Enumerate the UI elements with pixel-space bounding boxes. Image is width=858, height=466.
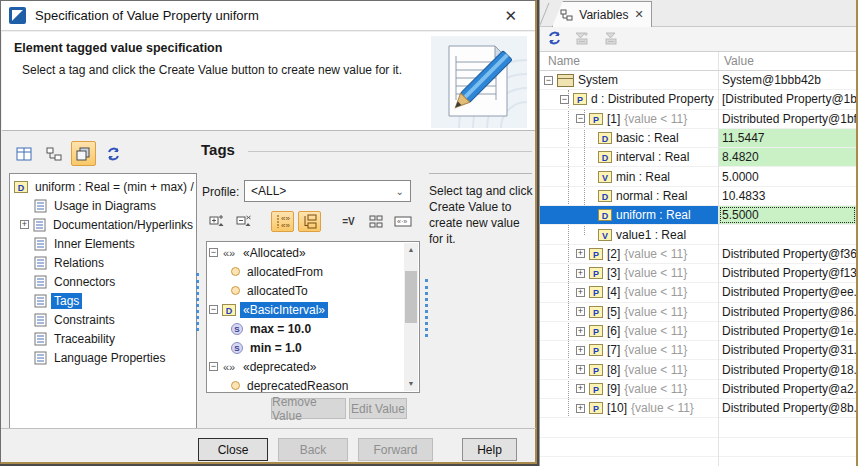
tab-close-icon[interactable]: ✕ (634, 8, 643, 21)
flat-tree-toggle-icon[interactable]: «»«» (271, 211, 294, 232)
nav-root-node[interactable]: D uniform : Real = (min + max) / 2 (14, 177, 196, 196)
group-tree-toggle-icon[interactable] (298, 211, 321, 232)
nav-item-relations[interactable]: Relations (14, 253, 196, 272)
stereotype-field-icon[interactable]: «·» (391, 211, 414, 232)
tags-scrollbar[interactable]: ▲ ▼ (404, 243, 418, 391)
remove-value-icon[interactable] (232, 211, 255, 232)
nav-item-connectors[interactable]: Connectors (14, 272, 196, 291)
var-row-1[interactable]: −P[1]{value < 11} Distributed Property@1… (540, 110, 856, 129)
p-type-icon: P (589, 325, 603, 337)
scroll-up-icon[interactable]: ▲ (404, 243, 418, 257)
switch-view-icon[interactable] (71, 141, 96, 166)
var-row-interval[interactable]: Dinterval : Real 8.4820 (540, 148, 856, 167)
expand-icon[interactable]: + (576, 288, 585, 297)
var-row-system[interactable]: −System System@1bbb42b (540, 71, 856, 90)
export-add-icon[interactable] (574, 31, 591, 48)
magicdraw-app-icon (9, 7, 26, 24)
close-button[interactable]: Close (198, 438, 268, 461)
tag-icon (231, 267, 240, 276)
grid-view-icon[interactable] (364, 211, 387, 232)
name-column-header[interactable]: Name (548, 54, 580, 68)
var-row-4[interactable]: +P[4]{value < 11} Distributed Property@e… (540, 283, 856, 302)
p-type-icon: P (589, 113, 603, 125)
tree-view-icon[interactable] (41, 141, 66, 166)
properties-table-icon[interactable] (11, 141, 36, 166)
p-type-icon: P (589, 383, 603, 395)
tag-deprecatedReason[interactable]: deprecatedReason (209, 376, 403, 393)
collapse-icon[interactable]: − (576, 114, 585, 123)
page-icon (34, 294, 47, 308)
column-resize-handle[interactable] (718, 52, 719, 70)
right-splitter-handle[interactable] (425, 279, 428, 337)
var-row-uniform[interactable]: Duniform : Real 5.5000 (540, 206, 856, 225)
profile-selected-value: <ALL> (251, 184, 286, 198)
value-column-header[interactable]: Value (724, 54, 754, 68)
nav-item-traceability[interactable]: Traceability (14, 329, 196, 348)
edit-value-button[interactable]: Edit Value (349, 398, 407, 419)
tag-group-basicinterval[interactable]: − D «BasicInterval» (209, 300, 403, 319)
header-description: Select a tag and click the Create Value … (22, 63, 402, 77)
nav-item-constraints[interactable]: Constraints (14, 310, 196, 329)
collapse-icon[interactable]: − (209, 305, 218, 314)
expand-icon[interactable]: + (576, 384, 585, 393)
remove-value-button[interactable]: Remove Value (271, 398, 346, 419)
tab-variables[interactable]: Variables ✕ (552, 1, 652, 27)
nav-item-documentation[interactable]: + Documentation/Hyperlinks (14, 215, 196, 234)
var-row-5[interactable]: +P[5]{value < 11} Distributed Property@8… (540, 303, 856, 322)
default-value-icon[interactable]: =V (337, 211, 360, 232)
p-type-icon: P (589, 267, 603, 279)
expand-icon[interactable]: + (20, 220, 29, 229)
var-row-7[interactable]: +P[7]{value < 11} Distributed Property@3… (540, 341, 856, 360)
expand-icon[interactable]: + (576, 269, 585, 278)
dialog-title: Specification of Value Property uniform (35, 8, 259, 23)
create-value-icon[interactable] (205, 211, 228, 232)
tag-group-allocated[interactable]: − «» «Allocated» (209, 243, 403, 262)
scroll-down-icon[interactable]: ▼ (404, 377, 418, 391)
var-row-3[interactable]: +P[3]{value < 11} Distributed Property@f… (540, 264, 856, 283)
collapse-icon[interactable]: − (209, 362, 218, 371)
var-row-normal[interactable]: Dnormal : Real 10.4833 (540, 187, 856, 206)
forward-button[interactable]: Forward (358, 438, 433, 461)
nav-item-inner-elements[interactable]: Inner Elements (14, 234, 196, 253)
expand-icon[interactable]: + (576, 365, 585, 374)
d-type-icon: D (222, 304, 236, 316)
expand-icon[interactable]: + (576, 327, 585, 336)
profile-dropdown[interactable]: <ALL> ⌄ (244, 180, 411, 202)
dialog-titlebar: Specification of Value Property uniform … (1, 1, 535, 31)
nav-item-usage-in-diagrams[interactable]: Usage in Diagrams (14, 196, 196, 215)
var-row-6[interactable]: +P[6]{value < 11} Distributed Property@1… (540, 322, 856, 341)
expand-icon[interactable]: + (576, 249, 585, 258)
collapse-icon[interactable]: − (560, 95, 569, 104)
left-splitter-handle[interactable] (196, 273, 199, 331)
empty-row (540, 418, 856, 437)
dialog-close-icon[interactable]: ✕ (494, 5, 527, 27)
var-row-d[interactable]: −Pd : Distributed Property ... [Distribu… (540, 90, 856, 109)
expand-icon[interactable]: + (576, 346, 585, 355)
collapse-icon[interactable]: − (544, 76, 553, 85)
back-button[interactable]: Back (278, 438, 348, 461)
tag-value-min[interactable]: S min = 1.0 (209, 338, 403, 357)
tag-allocatedTo[interactable]: allocatedTo (209, 281, 403, 300)
refresh-icon[interactable] (547, 31, 562, 48)
var-row-2[interactable]: +P[2]{value < 11} Distributed Property@f… (540, 245, 856, 264)
var-row-10[interactable]: +P[10]{value < 11} Distributed Property@… (540, 399, 856, 418)
page-icon (33, 218, 46, 232)
nav-item-tags[interactable]: Tags (14, 291, 196, 310)
var-row-8[interactable]: +P[8]{value < 11} Distributed Property@1… (540, 360, 856, 379)
expand-icon[interactable]: + (576, 404, 585, 413)
var-row-min[interactable]: Vmin : Real 5.0000 (540, 167, 856, 186)
tag-value-max[interactable]: S max = 10.0 (209, 319, 403, 338)
var-row-9[interactable]: +P[9]{value < 11} Distributed Property@a… (540, 380, 856, 399)
collapse-icon[interactable]: − (209, 248, 218, 257)
expand-icon[interactable]: + (576, 307, 585, 316)
tag-allocatedFrom[interactable]: allocatedFrom (209, 262, 403, 281)
scroll-thumb[interactable] (405, 271, 417, 323)
var-row-basic[interactable]: Dbasic : Real 11.5447 (540, 129, 856, 148)
p-type-icon: P (589, 344, 603, 356)
export-icon[interactable] (603, 31, 620, 48)
tag-group-deprecated[interactable]: − «» «deprecated» (209, 357, 403, 376)
help-button[interactable]: Help (462, 438, 517, 461)
nav-item-language-properties[interactable]: Language Properties (14, 348, 196, 367)
var-row-value1[interactable]: Vvalue1 : Real (540, 225, 856, 244)
refresh-icon[interactable] (101, 141, 126, 166)
